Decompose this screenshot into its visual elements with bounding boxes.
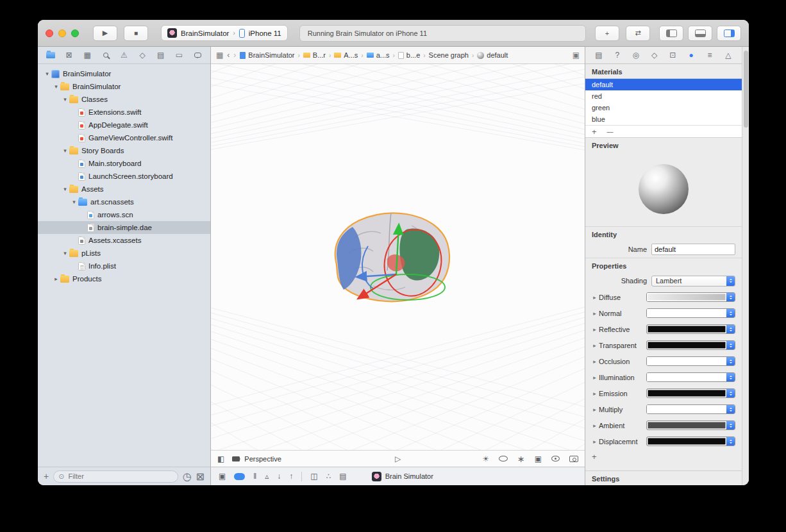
related-items-icon[interactable]: ▦ (216, 51, 223, 60)
color-well-control[interactable] (646, 436, 735, 446)
disclosure-triangle[interactable]: ▸ (590, 422, 599, 429)
report-navigator-icon[interactable] (192, 53, 203, 58)
recents-filter-icon[interactable]: ◷ (183, 470, 192, 483)
stepper-icon[interactable] (726, 437, 735, 445)
forward-button[interactable]: › (233, 51, 236, 60)
debug-navigator-icon[interactable]: ▤ (155, 51, 167, 60)
stepper-icon[interactable] (726, 389, 735, 397)
color-well-control[interactable] (646, 372, 735, 382)
node-graph-icon[interactable]: ∴ (326, 472, 331, 481)
color-well[interactable] (647, 421, 726, 429)
stepper-icon[interactable] (726, 405, 735, 413)
tree-item[interactable]: LaunchScreen.storyboard (38, 170, 210, 183)
tree-item[interactable]: GameViewController.swift (38, 131, 210, 144)
background-icon[interactable]: ▣ (535, 454, 542, 463)
jump-bar-segment[interactable]: b...e (398, 51, 420, 59)
list-view-icon[interactable]: ▤ (339, 472, 346, 481)
play-scene-button[interactable]: ▷ (395, 454, 401, 463)
scene-viewport[interactable] (211, 64, 585, 450)
disclosure-triangle[interactable]: ▸ (590, 438, 599, 445)
color-well-control[interactable] (646, 324, 735, 334)
add-file-button[interactable]: + (44, 471, 49, 481)
node-inspector-icon[interactable]: ◇ (649, 51, 660, 60)
color-well-control[interactable] (646, 308, 735, 318)
tree-item[interactable]: ▾Story Boards (38, 144, 210, 157)
jump-bar-segment[interactable]: A...s (334, 51, 358, 59)
filter-input[interactable] (67, 472, 172, 481)
tree-item[interactable]: ▾Classes (38, 93, 210, 106)
running-app-indicator[interactable]: Brain Simulator (372, 472, 433, 481)
snapshot-camera-icon[interactable] (569, 456, 578, 462)
toggle-inspector-button[interactable] (717, 26, 741, 41)
color-well-control[interactable] (646, 388, 735, 398)
add-property-button[interactable]: + (592, 452, 597, 461)
find-navigator-icon[interactable] (100, 53, 112, 58)
disclosure-triangle[interactable]: ▾ (52, 83, 60, 90)
run-button[interactable]: ▶ (93, 26, 117, 41)
issue-navigator-icon[interactable]: ⚠ (119, 51, 130, 60)
disclosure-triangle[interactable]: ▸ (590, 390, 599, 397)
scene-canvas[interactable] (211, 64, 585, 450)
tree-item[interactable]: AppDelegate.swift (38, 119, 210, 131)
tree-item[interactable]: ▾BrainSimulator (38, 67, 210, 80)
physics-inspector-icon[interactable]: ≡ (705, 51, 715, 60)
jump-bar-segment[interactable]: default (477, 51, 508, 59)
stepper-icon[interactable] (726, 293, 735, 301)
disclosure-triangle[interactable]: ▸ (590, 294, 599, 301)
brain-model[interactable] (335, 213, 449, 301)
add-material-button[interactable]: + (592, 127, 597, 137)
color-well-control[interactable] (646, 420, 735, 430)
columns-icon[interactable]: ◫ (310, 472, 317, 481)
stepper-icon[interactable] (726, 421, 735, 429)
disclosure-triangle[interactable]: ▸ (590, 406, 599, 413)
tree-item[interactable]: ▾Assets (38, 183, 210, 195)
tree-item[interactable]: arrows.scn (38, 208, 210, 221)
tree-item[interactable]: Info.plist (38, 260, 210, 272)
disclosure-triangle[interactable]: ▸ (590, 310, 599, 317)
color-well[interactable] (647, 373, 726, 381)
scrollbar[interactable] (742, 47, 749, 485)
render-mode-icon[interactable] (234, 473, 245, 480)
disclosure-triangle[interactable]: ▾ (61, 186, 69, 192)
lighting-icon[interactable]: ☀ (482, 454, 489, 463)
shading-popup[interactable]: Lambert (651, 276, 735, 287)
color-well-control[interactable] (646, 356, 735, 366)
jump-bar-segment[interactable]: B...r (303, 51, 326, 59)
material-row[interactable]: green (585, 102, 742, 113)
color-well[interactable] (647, 405, 726, 413)
jump-bar-segment[interactable]: a...s (367, 51, 390, 59)
stepper-icon[interactable] (726, 357, 735, 365)
material-row[interactable]: blue (585, 113, 742, 125)
test-navigator-icon[interactable]: ◇ (137, 51, 148, 60)
scrollbar-thumb[interactable] (744, 51, 748, 128)
tree-item[interactable]: ▾pLists (38, 247, 210, 260)
disclosure-triangle[interactable]: ▾ (61, 96, 69, 103)
source-control-navigator-icon[interactable]: ⊠ (63, 51, 75, 60)
remove-material-button[interactable]: — (607, 128, 614, 135)
disclosure-triangle[interactable]: ▾ (61, 147, 69, 154)
step-down-icon[interactable]: ↓ (277, 472, 281, 481)
zoom-window-button[interactable] (71, 29, 79, 37)
fog-icon[interactable] (499, 456, 508, 461)
identity-inspector-icon[interactable]: ◎ (631, 51, 641, 60)
counterpart-icon[interactable]: ▣ (573, 51, 580, 60)
physics-shapes-icon[interactable]: ∗ (517, 454, 525, 464)
close-window-button[interactable] (46, 29, 53, 37)
minimize-window-button[interactable] (58, 29, 66, 37)
color-well[interactable] (647, 437, 726, 445)
color-well[interactable] (647, 357, 726, 365)
tree-item[interactable]: ▾BrainSimulator (38, 80, 210, 93)
color-well-control[interactable] (646, 292, 735, 302)
color-well-control[interactable] (646, 340, 735, 350)
color-well[interactable] (647, 389, 726, 397)
flatten-icon[interactable]: ▵ (265, 472, 269, 481)
filter-field[interactable]: ⊙ (53, 470, 178, 483)
tree-item[interactable]: Extensions.swift (38, 106, 210, 119)
eye-icon[interactable] (551, 456, 560, 461)
jump-bar-segment[interactable]: Scene graph (429, 51, 469, 59)
material-row[interactable]: default (585, 79, 742, 90)
color-well[interactable] (647, 309, 726, 317)
quick-help-inspector-icon[interactable]: ? (612, 51, 623, 60)
stop-button[interactable]: ■ (124, 26, 148, 41)
tree-item[interactable]: brain-simple.dae (38, 221, 210, 234)
